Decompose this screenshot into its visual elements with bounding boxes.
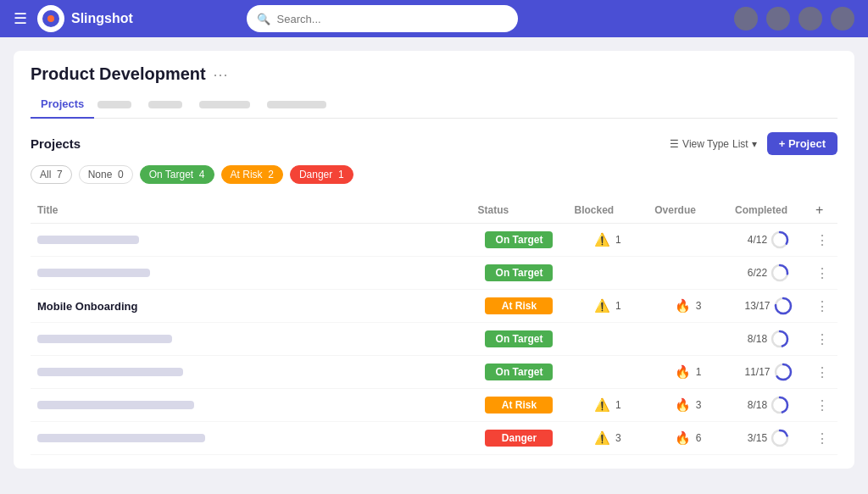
tab-projects[interactable]: Projects — [31, 91, 94, 119]
completion-text: 8/18 — [748, 399, 767, 411]
blocked-count: 1 — [615, 300, 621, 312]
row-menu-button[interactable]: ⋮ — [815, 398, 831, 413]
row-menu-button[interactable]: ⋮ — [815, 332, 831, 347]
filter-none[interactable]: None 0 — [79, 165, 133, 184]
overdue-count: 3 — [696, 399, 702, 411]
completed-cell: 11/17 — [735, 363, 802, 381]
col-header-blocked: Blocked — [567, 197, 648, 224]
table-row: Mobile OnboardingAt Risk⚠️1🔥3 13/17 ⋮ — [31, 290, 837, 323]
row-menu-button[interactable]: ⋮ — [815, 365, 831, 380]
status-badge: At Risk — [485, 397, 553, 414]
row-menu-button[interactable]: ⋮ — [815, 266, 831, 280]
main-wrapper: Product Development ⋯ Projects Projects — [0, 37, 868, 494]
status-badge: On Target — [485, 264, 553, 281]
col-header-add[interactable]: + — [809, 197, 837, 224]
completed-cell: 8/18 — [735, 330, 802, 348]
blocked-count: 1 — [615, 399, 621, 411]
row-title-placeholder — [37, 236, 139, 244]
fire-icon: 🔥 — [675, 397, 691, 413]
warning-icon: ⚠️ — [594, 430, 610, 446]
progress-circle — [771, 230, 789, 249]
nav-actions — [734, 7, 854, 31]
col-header-completed: Completed — [728, 197, 809, 224]
filter-all[interactable]: All 7 — [31, 165, 72, 184]
table-row: At Risk⚠️1🔥3 8/18 ⋮ — [31, 389, 837, 422]
search-bar[interactable]: 🔍 — [247, 5, 518, 32]
navbar: ☰ Slingshot 🔍 — [0, 0, 868, 37]
search-input[interactable] — [277, 13, 508, 25]
nav-avatar-2[interactable] — [766, 7, 790, 31]
fire-icon: 🔥 — [675, 430, 691, 446]
row-menu-button[interactable]: ⋮ — [815, 299, 831, 314]
overdue-cell: 🔥3 — [654, 298, 721, 314]
projects-section: Projects ☰ View Type List ▾ + Project Al… — [14, 119, 854, 469]
tab-ph-4 — [267, 101, 326, 108]
filter-at-risk[interactable]: At Risk 2 — [221, 165, 283, 184]
table-row: On Target🔥1 11/17 ⋮ — [31, 356, 837, 389]
completed-cell: 6/22 — [735, 264, 802, 282]
row-menu-button[interactable]: ⋮ — [815, 233, 831, 247]
table-row: Danger⚠️3🔥6 3/15 ⋮ — [31, 422, 837, 455]
completed-cell: 3/15 — [735, 429, 802, 447]
status-badge: Danger — [485, 430, 553, 447]
page-title: Product Development — [31, 64, 206, 84]
logo: Slingshot — [37, 5, 133, 32]
table-row: On Target 6/22 ⋮ — [31, 257, 837, 290]
page-title-menu[interactable]: ⋯ — [213, 65, 228, 84]
blocked-cell: ⚠️1 — [574, 232, 641, 247]
view-type-button[interactable]: ☰ View Type List ▾ — [670, 138, 757, 150]
menu-icon[interactable]: ☰ — [14, 9, 27, 28]
section-actions: ☰ View Type List ▾ + Project — [670, 132, 837, 155]
completion-text: 8/18 — [748, 333, 767, 345]
progress-circle — [774, 363, 793, 381]
add-project-button[interactable]: + Project — [767, 132, 837, 155]
page-card: Product Development ⋯ Projects Projects — [14, 51, 854, 469]
col-header-overdue: Overdue — [648, 197, 728, 224]
status-badge: On Target — [485, 330, 553, 347]
warning-icon: ⚠️ — [594, 232, 610, 247]
progress-circle — [771, 264, 789, 282]
completion-text: 3/15 — [748, 432, 767, 444]
page-header: Product Development ⋯ Projects — [14, 51, 854, 119]
blocked-cell: ⚠️1 — [574, 298, 641, 314]
filter-on-target[interactable]: On Target 4 — [140, 165, 214, 184]
overdue-count: 3 — [696, 300, 702, 312]
row-menu-button[interactable]: ⋮ — [815, 431, 831, 446]
list-icon: ☰ — [670, 138, 679, 150]
logo-text: Slingshot — [71, 11, 133, 26]
completion-text: 13/17 — [744, 300, 770, 312]
row-title-placeholder — [37, 401, 194, 409]
table-row: On Target⚠️1 4/12 ⋮ — [31, 224, 837, 257]
blocked-cell: ⚠️1 — [574, 397, 641, 413]
completion-text: 4/12 — [748, 234, 767, 246]
page-title-row: Product Development ⋯ — [31, 64, 837, 84]
blocked-count: 3 — [615, 432, 621, 444]
page-tabs: Projects — [31, 91, 837, 119]
overdue-count: 6 — [696, 432, 702, 444]
completed-cell: 13/17 — [735, 297, 802, 315]
tab-ph-1 — [97, 101, 131, 108]
completed-cell: 8/18 — [735, 396, 802, 414]
status-badge: On Target — [485, 231, 553, 248]
col-header-title: Title — [31, 197, 471, 224]
blocked-cell: ⚠️3 — [574, 430, 641, 446]
progress-circle — [771, 396, 789, 414]
completion-text: 6/22 — [748, 267, 767, 279]
tab-ph-2 — [148, 101, 182, 108]
section-title: Projects — [31, 136, 81, 151]
progress-circle — [771, 429, 789, 447]
nav-avatar-3[interactable] — [798, 7, 822, 31]
nav-avatar-1[interactable] — [734, 7, 758, 31]
fire-icon: 🔥 — [675, 364, 691, 380]
row-title-text: Mobile Onboarding — [37, 300, 137, 313]
overdue-count: 1 — [696, 366, 702, 378]
filter-row: All 7 None 0 On Target 4 At Risk 2 Dange… — [31, 165, 837, 184]
search-icon: 🔍 — [257, 13, 270, 25]
completion-text: 11/17 — [744, 366, 770, 378]
chevron-down-icon: ▾ — [752, 138, 757, 150]
progress-circle — [774, 297, 793, 315]
filter-danger[interactable]: Danger 1 — [290, 165, 353, 184]
warning-icon: ⚠️ — [594, 298, 610, 314]
nav-avatar-4[interactable] — [831, 7, 854, 31]
overdue-cell: 🔥3 — [654, 397, 721, 413]
